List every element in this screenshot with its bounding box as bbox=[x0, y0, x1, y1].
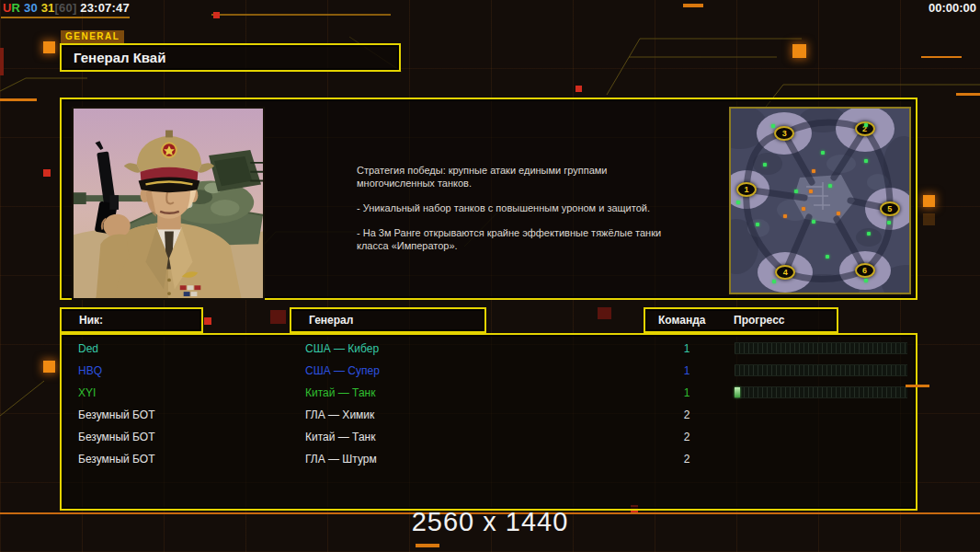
decor-orange-dash bbox=[416, 544, 439, 547]
decor-red-square bbox=[204, 317, 211, 325]
progress-header-label: Прогресс bbox=[734, 309, 784, 331]
tech-building-dot bbox=[812, 169, 815, 173]
player-row: HBQСША — Супер1 bbox=[62, 360, 916, 382]
supply-dot bbox=[864, 279, 868, 282]
general-name: Генерал Квай bbox=[62, 45, 399, 70]
decor-orange-square bbox=[43, 361, 55, 373]
spawn-marker-1: 1 bbox=[736, 182, 757, 197]
tech-building-dot bbox=[837, 212, 840, 215]
stats-segment: 31 bbox=[38, 1, 55, 15]
player-general: Китай — Танк bbox=[305, 382, 375, 404]
player-row: XYIКитай — Танк1 bbox=[62, 382, 916, 404]
strategy-paragraph: - Уникальный набор танков с повышенным у… bbox=[357, 201, 674, 214]
player-nick: Ded bbox=[78, 338, 98, 360]
general-header-label: Генерал bbox=[309, 309, 353, 331]
player-general: США — Супер bbox=[305, 360, 380, 382]
stats-segment: [60] bbox=[55, 1, 77, 15]
player-row: Безумный БОТГЛА — Химик2 bbox=[62, 404, 916, 426]
player-row: DedСША — Кибер1 bbox=[62, 338, 916, 360]
supply-dot bbox=[864, 159, 868, 163]
supply-dot bbox=[826, 255, 829, 259]
tech-building-dot bbox=[809, 190, 813, 193]
decor-maroon-square bbox=[270, 310, 286, 324]
stats-segment: R bbox=[12, 1, 21, 15]
general-portrait-art bbox=[74, 109, 263, 298]
tech-building-dot bbox=[783, 214, 787, 218]
session-stats: UR 30 31[60] 23:07:47 bbox=[3, 1, 130, 15]
supply-dot bbox=[772, 280, 776, 283]
spawn-marker-4: 4 bbox=[775, 265, 795, 280]
strategy-paragraph: - На 3м Ранге открываются крайне эффекти… bbox=[357, 226, 674, 252]
spawn-marker-3: 3 bbox=[774, 126, 794, 141]
supply-dot bbox=[828, 184, 832, 188]
tech-building-dot bbox=[802, 207, 805, 211]
supply-dot bbox=[736, 201, 740, 204]
stats-segment: 30 bbox=[20, 1, 38, 15]
supply-dot bbox=[867, 232, 871, 236]
player-general: США — Кибер bbox=[305, 338, 379, 360]
nick-column-header: Ник: bbox=[60, 307, 203, 333]
player-team: 1 bbox=[678, 338, 696, 360]
player-row: Безумный БОТГЛА — Штурм2 bbox=[62, 448, 916, 470]
supply-dot bbox=[763, 163, 767, 167]
strategy-paragraph: Стратегия победы: крупные атаки едиными … bbox=[357, 164, 674, 190]
player-row: Безумный БОТКитай — Танк2 bbox=[62, 426, 916, 448]
progress-bar bbox=[735, 342, 907, 354]
player-table-body: DedСША — Кибер1HBQСША — Супер1XYIКитай —… bbox=[62, 335, 916, 470]
supply-dot bbox=[771, 124, 775, 128]
supply-dot bbox=[864, 123, 868, 127]
general-name-box: Генерал Квай bbox=[60, 43, 401, 72]
player-nick: Безумный БОТ bbox=[78, 448, 154, 470]
team-progress-column-header: Команда Прогресс bbox=[644, 307, 838, 333]
decor-orange-square-reflection bbox=[923, 213, 935, 225]
stats-segment: U bbox=[3, 1, 12, 15]
nick-header-label: Ник: bbox=[79, 309, 103, 331]
progress-bar bbox=[735, 386, 907, 398]
team-header-label: Команда bbox=[658, 309, 705, 331]
general-column-header: Генерал bbox=[290, 307, 486, 333]
decor-maroon-square bbox=[598, 307, 611, 319]
supply-dot bbox=[821, 151, 825, 155]
decor-orange-dash bbox=[683, 4, 703, 7]
supply-dot bbox=[887, 221, 891, 224]
supply-dot bbox=[794, 190, 798, 193]
status-underline bbox=[1, 17, 130, 18]
player-team: 2 bbox=[678, 404, 696, 426]
match-timer: 00:00:00 bbox=[929, 1, 976, 15]
player-team: 1 bbox=[678, 360, 696, 382]
supply-dot bbox=[812, 220, 815, 224]
player-table: DedСША — Кибер1HBQСША — Супер1XYIКитай —… bbox=[60, 333, 917, 511]
player-general: Китай — Танк bbox=[305, 426, 375, 448]
decor-orange-dash bbox=[921, 56, 962, 58]
player-team: 2 bbox=[678, 448, 696, 470]
left-edge-marker bbox=[0, 48, 4, 75]
game-loading-screen: UR 30 31[60] 23:07:47 00:00:00 GENERAL Г… bbox=[0, 0, 980, 552]
decor-red-square bbox=[213, 12, 220, 18]
decor-orange-dash bbox=[906, 385, 929, 387]
player-team: 2 bbox=[678, 426, 696, 448]
top-line-segment bbox=[211, 14, 391, 16]
player-nick: HBQ bbox=[78, 360, 102, 382]
player-nick: Безумный БОТ bbox=[78, 426, 154, 448]
stats-segment: 23:07:47 bbox=[76, 1, 129, 15]
spawn-marker-6: 6 bbox=[855, 263, 875, 278]
decor-red-square bbox=[575, 86, 582, 92]
supply-dot bbox=[756, 223, 759, 226]
minimap: 123456 bbox=[729, 107, 911, 294]
decor-orange-dash bbox=[956, 93, 980, 96]
general-portrait bbox=[72, 107, 265, 300]
player-team: 1 bbox=[678, 382, 696, 404]
resolution-label: 2560 x 1440 bbox=[412, 507, 569, 537]
decor-orange-square bbox=[43, 41, 55, 53]
general-info-panel: Стратегия победы: крупные атаки едиными … bbox=[60, 98, 917, 300]
decor-orange-square bbox=[923, 195, 935, 207]
player-general: ГЛА — Штурм bbox=[305, 448, 377, 470]
decor-red-square bbox=[43, 169, 51, 177]
decor-orange-dash bbox=[0, 98, 37, 101]
general-tab-label: GENERAL bbox=[61, 30, 124, 43]
spawn-marker-5: 5 bbox=[880, 201, 900, 216]
progress-bar bbox=[735, 364, 907, 376]
progress-fill bbox=[735, 387, 740, 397]
player-general: ГЛА — Химик bbox=[305, 404, 374, 426]
player-nick: XYI bbox=[78, 382, 96, 404]
